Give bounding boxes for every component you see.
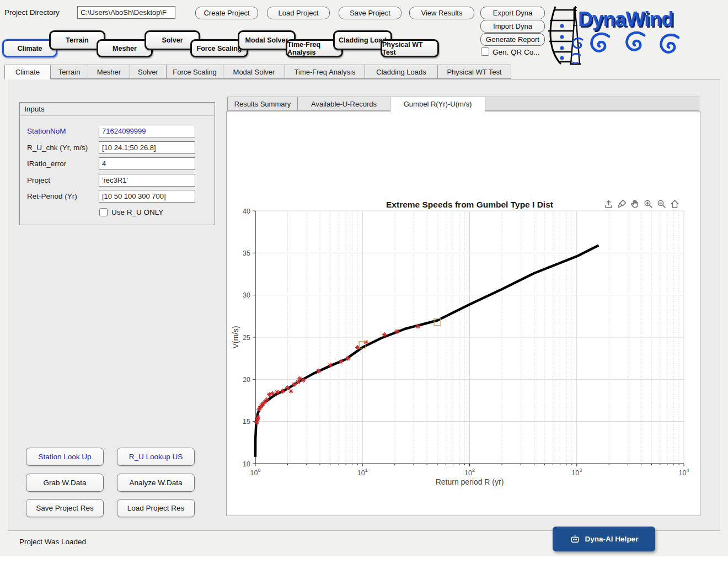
dyna-ai-helper-label: Dyna-AI Helper (585, 535, 639, 543)
tab-climate[interactable]: Climate (4, 65, 51, 79)
results-tab-filler (485, 97, 699, 111)
iratio-error-label: IRatio_error (27, 157, 66, 170)
save-project-res-button[interactable]: Save Project Res (26, 499, 104, 517)
home-icon[interactable] (670, 199, 680, 209)
logo-text: DynaWind (578, 8, 673, 31)
r-u-chk-yr-m-s-label: R_U_chk (Yr, m/s) (27, 141, 88, 154)
project-input[interactable] (99, 174, 195, 187)
tab-time-freq-analysis[interactable]: Time-Freq Analysis (285, 65, 365, 79)
tab-strip: ClimateTerrainMesherSolverForce ScalingM… (0, 65, 728, 79)
tab-solver[interactable]: Solver (130, 65, 167, 79)
y-tick-label: 35 (243, 249, 250, 257)
y-tick-label: 40 (243, 208, 250, 215)
y-tick-label: 30 (243, 291, 250, 299)
r-u-lookup-us-button[interactable]: R_U Lookup US (117, 448, 195, 466)
plot-title: Extreme Speeds from Gumbel Type I Dist (386, 200, 553, 209)
bottom-strip (0, 556, 728, 563)
stationnom-label: StationNoM (27, 125, 66, 137)
export-icon[interactable] (603, 199, 614, 209)
y-axis-label: V(m/s) (231, 326, 240, 348)
station-look-up-button[interactable]: Station Look Up (26, 448, 104, 466)
y-tick-label: 15 (243, 418, 250, 426)
stationnom-input[interactable] (99, 125, 195, 137)
plot-grid (255, 211, 684, 464)
tab-physical-wt-test[interactable]: Physical WT Test (438, 65, 511, 79)
analyze-w-data-button[interactable]: Analyze W.Data (117, 474, 195, 492)
use-ru-only-checkbox[interactable] (99, 208, 108, 216)
annual-maxima-markers (254, 324, 420, 425)
gumbel-plot[interactable]: 10152025303540100101102103104Extreme Spe… (227, 185, 699, 497)
y-tick-label: 20 (243, 376, 250, 384)
x-tick-label: 103 (571, 468, 582, 477)
plot-ticks (253, 211, 684, 466)
x-tick-label: 102 (464, 468, 475, 477)
zoom-out-icon[interactable] (656, 199, 667, 209)
ret-period-yr-label: Ret-Period (Yr) (27, 190, 77, 203)
results-tab-available-u-records[interactable]: Available-U-Records (298, 97, 390, 111)
wind-swirl-icon (572, 31, 688, 64)
use-ru-only-label: Use R_U ONLY (111, 208, 163, 216)
ret-period-yr-input[interactable] (99, 190, 195, 203)
x-tick-label: 104 (679, 468, 689, 477)
inputs-panel: Inputs StationNoMR_U_chk (Yr, m/s)IRatio… (19, 102, 215, 225)
results-tab-results-summary[interactable]: Results Summary (227, 97, 298, 111)
project-label: Project (27, 174, 50, 187)
results-tab-strip: Results SummaryAvailable-U-RecordsGumbel… (226, 97, 700, 111)
load-project-res-button[interactable]: Load Project Res (117, 499, 195, 517)
pan-icon[interactable] (630, 199, 640, 209)
tab-terrain[interactable]: Terrain (51, 65, 88, 79)
tab-cladding-loads[interactable]: Cladding Loads (365, 65, 438, 79)
logo-dots-icon (558, 22, 566, 62)
tab-mesher[interactable]: Mesher (88, 65, 130, 79)
iratio-error-input[interactable] (99, 157, 195, 170)
x-tick-label: 100 (250, 468, 261, 477)
y-tick-label: 10 (243, 460, 250, 468)
dyna-ai-helper-button[interactable]: Dyna-AI Helper (553, 527, 655, 551)
plot-toolbar (603, 199, 680, 209)
results-tab-gumbel-r-yr-u-m-s[interactable]: Gumbel R(Yr)-U(m/s) (390, 97, 485, 111)
tab-modal-solver[interactable]: Modal Solver (223, 65, 285, 79)
inputs-panel-title: Inputs (20, 103, 215, 116)
robot-icon (570, 534, 580, 544)
nav-button-physical-wt-test[interactable]: Physical WT Test (381, 39, 439, 57)
status-text: Project Was Loaded (19, 538, 86, 546)
r-u-chk-yr-m-s-input[interactable] (99, 141, 195, 154)
zoom-in-icon[interactable] (643, 199, 654, 209)
brush-icon[interactable] (617, 199, 627, 209)
grab-w-data-button[interactable]: Grab W.Data (26, 474, 104, 492)
tab-force-scaling[interactable]: Force Scaling (167, 65, 223, 79)
x-tick-label: 101 (357, 468, 368, 477)
x-axis-label: Return period R (yr) (436, 477, 504, 486)
y-tick-label: 25 (243, 334, 250, 342)
